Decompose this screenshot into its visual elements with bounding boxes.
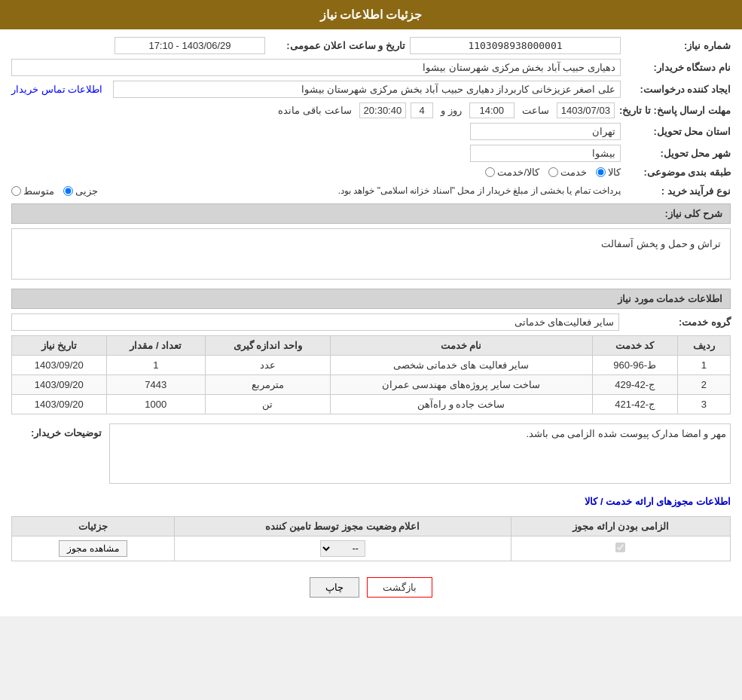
table-cell-row: 2 xyxy=(677,375,730,395)
city-value: بیشوا xyxy=(470,145,621,162)
table-row: 1ط-96-960سایر فعالیت های خدماتی شخصیعدد1… xyxy=(12,356,731,375)
response-days: 4 xyxy=(411,102,433,118)
back-button[interactable]: بازگشت xyxy=(367,577,432,598)
purchase-radio1-label: جزیی xyxy=(75,185,98,197)
table-row: 3ج-42-421ساخت جاده و راه‌آهنتن10001403/0… xyxy=(12,395,731,414)
purchase-radio1-input[interactable] xyxy=(63,186,73,196)
category-row: طبقه بندی موضوعی: کالا/خدمت خدمت کالا xyxy=(11,167,731,178)
need-number-label: شماره نیاز: xyxy=(625,40,731,51)
purchase-radio2-label: متوسط xyxy=(23,185,54,197)
th-date: تاریخ نیاز xyxy=(12,336,107,356)
services-section: اطلاعات خدمات مورد نیاز گروه خدمت: سایر … xyxy=(11,289,731,414)
licenses-header-row: الزامی بودن ارائه مجوز اعلام وضعیت مجوز … xyxy=(12,517,731,536)
need-description-section: شرح کلی نیاز: تراش و حمل و پخش آسفالت xyxy=(11,203,731,280)
licenses-title: اطلاعات مجوزهای ارائه خدمت / کالا xyxy=(11,493,731,510)
table-cell-date: 1403/09/20 xyxy=(12,375,107,395)
table-cell-unit: مترمربع xyxy=(205,375,330,395)
purchase-notice: پرداخت تمام یا بخشی از مبلغ خریدار از مح… xyxy=(110,182,621,199)
main-content: شماره نیاز: 1103098938000001 تاریخ و ساع… xyxy=(0,29,742,616)
purchase-radio-juzei: جزیی xyxy=(63,185,98,197)
th-row: ردیف xyxy=(677,336,730,356)
th-quantity: تعداد / مقدار xyxy=(106,336,205,356)
purchase-type-row: نوع فرآیند خرید : پرداخت تمام یا بخشی از… xyxy=(11,182,731,199)
response-time: 14:00 xyxy=(469,102,515,118)
table-cell-date: 1403/09/20 xyxy=(12,395,107,414)
license-required-cell xyxy=(511,536,730,561)
license-details-cell: مشاهده مجوز xyxy=(12,536,175,561)
table-row: 2ج-42-429ساخت سایر پروژه‌های مهندسی عمرا… xyxy=(12,375,731,395)
page-header: جزئیات اطلاعات نیاز xyxy=(0,0,742,29)
buyer-system-row: نام دستگاه خریدار: دهیاری حبیب آباد بخش … xyxy=(11,59,731,76)
table-cell-name: سایر فعالیت های خدماتی شخصی xyxy=(330,356,592,375)
services-table-header-row: ردیف کد خدمت نام خدمت واحد اندازه گیری ت… xyxy=(12,336,731,356)
response-remaining: 20:30:40 xyxy=(359,102,407,118)
table-cell-date: 1403/09/20 xyxy=(12,356,107,375)
category-radio3-label: کالا/خدمت xyxy=(497,167,539,178)
category-radio1-label: کالا xyxy=(608,167,621,178)
buyer-notes-label: توضیحات خریدار: xyxy=(11,423,102,484)
response-days-label: روز و xyxy=(441,105,462,116)
license-required-checkbox[interactable] xyxy=(615,543,625,552)
purchase-radio-group: متوسط جزیی xyxy=(11,185,98,197)
city-row: شهر محل تحویل: بیشوا xyxy=(11,145,731,162)
services-table: ردیف کد خدمت نام خدمت واحد اندازه گیری ت… xyxy=(11,335,731,414)
creator-value: علی اصغر عزیزخانی کاربرداز دهیاری حبیب آ… xyxy=(113,81,621,98)
category-label: طبقه بندی موضوعی: xyxy=(625,167,731,178)
services-header: اطلاعات خدمات مورد نیاز xyxy=(11,289,731,309)
th-unit: واحد اندازه گیری xyxy=(205,336,330,356)
buyer-system-value: دهیاری حبیب آباد بخش مرکزی شهرستان بیشوا xyxy=(11,59,621,76)
table-cell-code: ط-96-960 xyxy=(592,356,677,375)
response-remaining-label: ساعت باقی مانده xyxy=(278,105,351,116)
purchase-radio-mutawassit: متوسط xyxy=(11,185,54,197)
table-cell-unit: تن xyxy=(205,395,330,414)
table-cell-unit: عدد xyxy=(205,356,330,375)
license-status-cell: -- ✓ xyxy=(174,536,511,561)
buyer-system-label: نام دستگاه خریدار: xyxy=(625,62,731,73)
category-radio3-input[interactable] xyxy=(485,167,495,177)
buyer-notes-section: مهر و امضا مدارک پیوست شده الزامی می باش… xyxy=(11,423,731,484)
th-name: نام خدمت xyxy=(330,336,592,356)
table-cell-row: 3 xyxy=(677,395,730,414)
table-cell-name: ساخت جاده و راه‌آهن xyxy=(330,395,592,414)
purchase-radio2-input[interactable] xyxy=(11,186,21,196)
creator-row: ایجاد کننده درخواست: علی اصغر عزیزخانی ک… xyxy=(11,81,731,98)
view-license-button[interactable]: مشاهده مجوز xyxy=(59,540,127,557)
need-description-container: تراش و حمل و پخش آسفالت xyxy=(11,228,731,280)
license-status-select[interactable]: -- ✓ xyxy=(320,540,365,557)
category-radio-group: کالا/خدمت خدمت کالا xyxy=(485,167,621,178)
table-cell-quantity: 7443 xyxy=(106,375,205,395)
province-value: تهران xyxy=(470,123,621,140)
need-number-value: 1103098938000001 xyxy=(410,37,621,54)
buyer-notes-value: مهر و امضا مدارک پیوست شده الزامی می باش… xyxy=(109,423,731,484)
category-radio2-label: خدمت xyxy=(560,167,587,178)
date-announce-value: 1403/06/29 - 17:10 xyxy=(115,37,265,54)
need-number-row: شماره نیاز: 1103098938000001 تاریخ و ساع… xyxy=(11,37,731,54)
category-radio1-input[interactable] xyxy=(596,167,606,177)
category-radio2-input[interactable] xyxy=(548,167,558,177)
th-details: جزئیات xyxy=(12,517,175,536)
category-radio-kala: کالا xyxy=(596,167,621,178)
group-service-row: گروه خدمت: سایر فعالیت‌های خدماتی xyxy=(11,313,731,331)
table-cell-row: 1 xyxy=(677,356,730,375)
licenses-section: اطلاعات مجوزهای ارائه خدمت / کالا الزامی… xyxy=(11,493,731,561)
service-group-label: گروه خدمت: xyxy=(625,316,731,328)
city-label: شهر محل تحویل: xyxy=(625,148,731,159)
licenses-table: الزامی بودن ارائه مجوز اعلام وضعیت مجوز … xyxy=(11,516,731,561)
need-description-value: تراش و حمل و پخش آسفالت xyxy=(18,235,724,273)
page-container: جزئیات اطلاعات نیاز شماره نیاز: 11030989… xyxy=(0,0,742,616)
table-cell-quantity: 1000 xyxy=(106,395,205,414)
print-button[interactable]: چاپ xyxy=(310,577,359,598)
need-description-header: شرح کلی نیاز: xyxy=(11,203,731,224)
table-cell-code: ج-42-429 xyxy=(592,375,677,395)
response-time-label: ساعت xyxy=(522,105,549,116)
license-row: -- ✓ مشاهده مجوز xyxy=(12,536,731,561)
table-cell-quantity: 1 xyxy=(106,356,205,375)
th-code: کد خدمت xyxy=(592,336,677,356)
table-cell-name: ساخت سایر پروژه‌های مهندسی عمران xyxy=(330,375,592,395)
province-row: استان محل تحویل: تهران xyxy=(11,123,731,140)
bottom-buttons: بازگشت چاپ xyxy=(11,566,731,609)
response-deadline-label: مهلت ارسال پاسخ: تا تاریخ: xyxy=(619,105,731,116)
contact-link[interactable]: اطلاعات تماس خریدار xyxy=(11,84,102,95)
th-status: اعلام وضعیت مجوز توسط تامین کننده xyxy=(174,517,511,536)
buyer-notes-wrapper: مهر و امضا مدارک پیوست شده الزامی می باش… xyxy=(11,423,731,484)
